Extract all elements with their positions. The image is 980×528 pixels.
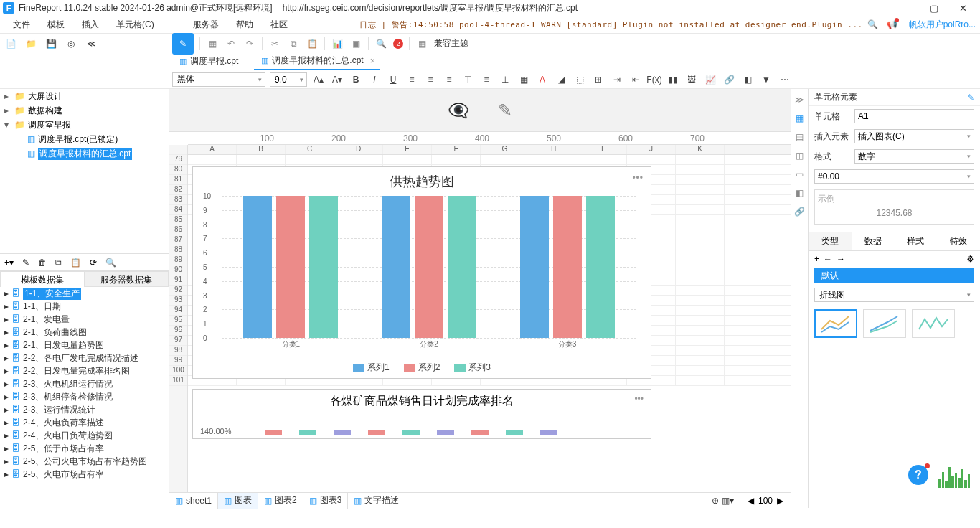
ds-tab-server[interactable]: 服务器数据集 <box>85 271 169 287</box>
series-settings-icon[interactable]: ⚙ <box>966 254 974 264</box>
widget-icon[interactable]: ◧ <box>796 188 804 198</box>
dataset-item[interactable]: ▸🗄2-1、日发电量趋势图 <box>0 339 169 352</box>
dataset-item[interactable]: ▸🗄2-5、火电市场占有率 <box>0 468 169 481</box>
dataset-item[interactable]: ▸🗄2-1、负荷曲线图 <box>0 326 169 339</box>
add-sheet-icon[interactable]: ⊕ <box>712 496 719 506</box>
grid-icon[interactable]: ▦ <box>415 39 428 49</box>
minimize-button[interactable]: — <box>891 0 920 16</box>
chart-more-icon[interactable]: ••• <box>632 173 644 183</box>
dataset-item[interactable]: ▸🗄2-2、日发电量完成率排名图 <box>0 364 169 377</box>
valign-mid-icon[interactable]: ≡ <box>479 72 494 87</box>
ds-delete-icon[interactable]: 🗑 <box>38 258 47 268</box>
ct-data[interactable]: 数据 <box>852 232 895 250</box>
tree-item[interactable]: ▸📁数据构建 <box>0 103 169 118</box>
align-center-icon[interactable]: ≡ <box>423 72 438 87</box>
alert-badge[interactable]: 2 <box>393 39 403 49</box>
file-tab[interactable]: ▥调度早报.cpt <box>172 53 254 70</box>
sheet-tab[interactable]: ▥图表2 <box>258 493 303 509</box>
series-next-icon[interactable]: → <box>837 254 845 264</box>
menu-server[interactable]: 服务器 <box>184 19 227 31</box>
underline-button[interactable]: U <box>386 72 400 87</box>
condition-icon[interactable]: ◫ <box>796 151 804 161</box>
hyperlink-icon[interactable]: 🔗 <box>794 207 805 217</box>
align-right-icon[interactable]: ≡ <box>442 72 456 87</box>
zoom-in-icon[interactable]: ▶ <box>777 496 783 506</box>
dataset-item[interactable]: ▸🗄2-3、运行情况统计 <box>0 403 169 416</box>
cell-input[interactable] <box>854 109 974 123</box>
menu-file[interactable]: 文件 <box>4 19 39 31</box>
valign-bot-icon[interactable]: ⊥ <box>498 72 512 87</box>
dataset-item[interactable]: ▸🗄2-4、火电负荷率描述 <box>0 416 169 429</box>
align-left-icon[interactable]: ≡ <box>405 72 419 87</box>
insert-element-select[interactable]: 插入图表(C) <box>854 129 974 143</box>
chart2-more-icon[interactable]: ••• <box>634 394 644 404</box>
edit-icon[interactable]: ✎ <box>498 100 512 121</box>
ct-type[interactable]: 类型 <box>809 232 852 250</box>
hyperlink-icon[interactable]: 🔗 <box>722 72 736 87</box>
widget-icon[interactable]: ◧ <box>740 72 755 87</box>
italic-button[interactable]: I <box>367 72 382 87</box>
ct-style[interactable]: 样式 <box>895 232 938 250</box>
filter-icon[interactable]: ▼ <box>759 72 773 87</box>
sheet-tab[interactable]: ▥文字描述 <box>348 493 405 509</box>
undo-icon[interactable]: ↶ <box>225 39 237 49</box>
search-icon[interactable]: 🔍 <box>867 19 878 29</box>
unmerge-icon[interactable]: ⊞ <box>591 72 606 87</box>
ds-search-icon[interactable]: 🔍 <box>105 258 116 268</box>
dataset-item[interactable]: ▸🗄2-1、发电量 <box>0 313 169 326</box>
sheet-tab[interactable]: ▥图表 <box>218 493 258 509</box>
row-headers[interactable]: 7980818283848586878889909192939495969798… <box>169 145 188 492</box>
tree-item[interactable]: ▸📁大屏设计 <box>0 89 169 103</box>
paste-icon[interactable]: 📋 <box>306 39 319 49</box>
tree-item[interactable]: ▥调度早报.cpt(已锁定) <box>0 132 169 146</box>
indent-icon[interactable]: ⇥ <box>610 72 624 87</box>
ds-copy-icon[interactable]: ⧉ <box>55 258 62 268</box>
sheet-menu-icon[interactable]: ▥▾ <box>722 496 734 506</box>
formula-icon[interactable]: F(x) <box>647 72 661 87</box>
cut-icon[interactable]: ✂ <box>268 39 281 49</box>
ds-edit-icon[interactable]: ✎ <box>22 258 29 268</box>
line-variant-2[interactable] <box>863 309 906 338</box>
bold-button[interactable]: B <box>349 72 363 87</box>
file-tab[interactable]: ▥调度早报材料的汇总.cpt× <box>254 53 379 70</box>
font-select[interactable]: 黑体 <box>172 72 265 87</box>
merge-icon[interactable]: ⬚ <box>573 72 587 87</box>
close-button[interactable]: ✕ <box>948 0 977 16</box>
chart-coal-sales[interactable]: 各煤矿商品煤销售日计划完成率排名 ••• 140.00% <box>192 389 651 439</box>
locate-icon[interactable]: ◎ <box>65 37 77 50</box>
image-icon[interactable]: 🖼 <box>684 72 699 87</box>
menu-community[interactable]: 社区 <box>262 19 296 31</box>
format-select[interactable]: 数字 <box>854 149 974 164</box>
number-format-select[interactable]: #0.00 <box>814 169 974 184</box>
chart-heating-trend[interactable]: 供热趋势图 ••• 012345678910分类1分类2分类3 系列1 系列2 … <box>192 166 651 379</box>
collapse-icon[interactable]: ≪ <box>85 37 98 50</box>
preview-icon[interactable]: ▦ <box>206 39 219 49</box>
barcode-icon[interactable]: ▮▮ <box>666 72 680 87</box>
component-icon[interactable]: ▣ <box>349 39 362 49</box>
notification-icon[interactable]: 📢 <box>887 19 897 29</box>
border-icon[interactable]: ▦ <box>517 72 531 87</box>
project-tree[interactable]: ▸📁大屏设计▸📁数据构建▾📁调度室早报▥调度早报.cpt(已锁定)▥调度早报材料… <box>0 89 169 254</box>
redo-icon[interactable]: ↷ <box>243 39 256 49</box>
open-folder-icon[interactable]: 📁 <box>24 37 37 50</box>
save-icon[interactable]: 💾 <box>44 37 57 50</box>
ds-add-icon[interactable]: +▾ <box>4 258 14 268</box>
valign-top-icon[interactable]: ⊤ <box>461 72 475 87</box>
sheet-tab[interactable]: ▥sheet1 <box>169 493 218 509</box>
chart-insert-icon[interactable]: 📈 <box>703 72 717 87</box>
dataset-item[interactable]: ▸🗄2-3、机组停备检修情况 <box>0 390 169 403</box>
zoom-out-icon[interactable]: ◀ <box>748 496 754 506</box>
dataset-item[interactable]: ▸🗄2-2、各电厂发电完成情况描述 <box>0 352 169 364</box>
chart-default-btn[interactable]: 默认 <box>814 268 974 283</box>
font-inc-icon[interactable]: A▴ <box>311 72 326 87</box>
dataset-item[interactable]: ▸🗄2-3、火电机组运行情况 <box>0 377 169 390</box>
help-fab[interactable]: ? <box>908 465 928 485</box>
visibility-off-icon[interactable]: 👁‍🗨 <box>448 100 469 121</box>
chart-type-select[interactable]: 折线图 <box>814 288 974 302</box>
dataset-item[interactable]: ▸🗄2-4、火电日负荷趋势图 <box>0 429 169 442</box>
property-icon[interactable]: ▤ <box>796 132 804 142</box>
outdent-icon[interactable]: ⇤ <box>628 72 643 87</box>
element-icon[interactable]: ▦ <box>796 113 804 123</box>
new-file-icon[interactable]: 📄 <box>4 37 17 50</box>
font-color-icon[interactable]: A <box>535 72 550 87</box>
